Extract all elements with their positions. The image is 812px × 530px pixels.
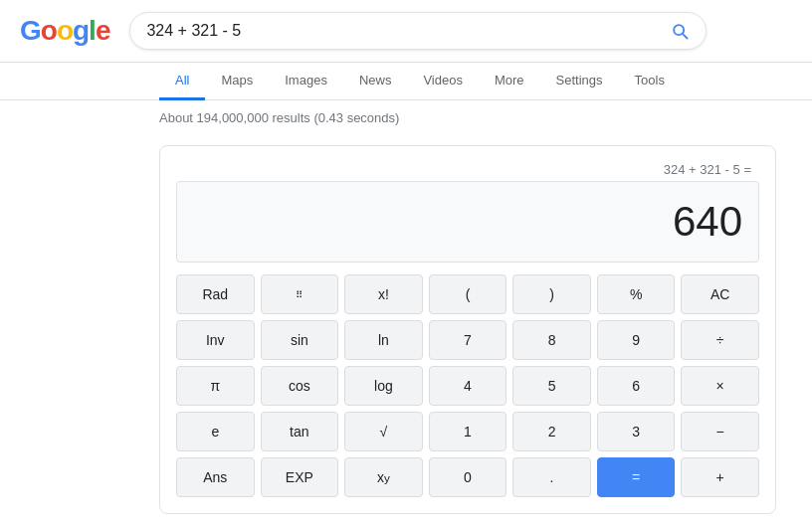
btn-log[interactable]: log — [344, 366, 423, 406]
google-logo[interactable]: Google — [20, 15, 109, 47]
tab-more[interactable]: More — [479, 63, 540, 100]
btn-divide[interactable]: ÷ — [681, 320, 759, 360]
btn-sqrt[interactable]: √ — [344, 412, 423, 451]
btn-close-paren[interactable]: ) — [512, 274, 591, 314]
tab-all[interactable]: All — [159, 63, 205, 100]
btn-decimal[interactable]: . — [512, 457, 591, 497]
results-count: About 194,000,000 results (0.43 seconds) — [159, 110, 399, 125]
tab-videos[interactable]: Videos — [407, 63, 479, 100]
tab-maps[interactable]: Maps — [205, 63, 269, 100]
btn-multiply[interactable]: × — [681, 366, 759, 406]
nav-right: Settings Tools — [540, 63, 681, 99]
search-icon — [670, 21, 690, 41]
btn-subtract[interactable]: − — [681, 412, 759, 451]
search-bar — [129, 12, 707, 50]
calc-buttons: Rad ⠿ x! ( ) % AC Inv sin ln 7 8 9 ÷ π c… — [176, 274, 759, 497]
btn-6[interactable]: 6 — [597, 366, 676, 406]
btn-sin[interactable]: sin — [261, 320, 339, 360]
tab-images[interactable]: Images — [269, 63, 343, 100]
btn-open-paren[interactable]: ( — [429, 274, 508, 314]
btn-ac[interactable]: AC — [681, 274, 759, 314]
header: Google — [0, 0, 812, 63]
btn-percent[interactable]: % — [597, 274, 676, 314]
btn-4[interactable]: 4 — [429, 366, 508, 406]
search-button[interactable] — [670, 21, 690, 41]
calc-expression: 324 + 321 - 5 = — [176, 162, 759, 177]
btn-9[interactable]: 9 — [597, 320, 676, 360]
tab-tools[interactable]: Tools — [619, 63, 681, 100]
btn-exp[interactable]: EXP — [261, 457, 339, 497]
btn-3[interactable]: 3 — [597, 412, 676, 451]
btn-2[interactable]: 2 — [512, 412, 591, 451]
btn-equals[interactable]: = — [597, 457, 676, 497]
btn-tan[interactable]: tan — [261, 412, 339, 451]
btn-add[interactable]: + — [681, 457, 759, 497]
search-input[interactable] — [146, 22, 670, 40]
calc-result: 640 — [176, 181, 759, 263]
btn-ans[interactable]: Ans — [176, 457, 255, 497]
tab-settings[interactable]: Settings — [540, 63, 619, 100]
btn-inv[interactable]: Inv — [176, 320, 255, 360]
btn-grid[interactable]: ⠿ — [261, 274, 339, 314]
btn-pi[interactable]: π — [176, 366, 255, 406]
calculator: 324 + 321 - 5 = 640 Rad ⠿ x! ( ) % AC In… — [159, 145, 776, 514]
btn-1[interactable]: 1 — [429, 412, 508, 451]
btn-rad[interactable]: Rad — [176, 274, 255, 314]
btn-7[interactable]: 7 — [429, 320, 508, 360]
btn-power[interactable]: xy — [344, 457, 423, 497]
btn-8[interactable]: 8 — [512, 320, 591, 360]
btn-cos[interactable]: cos — [261, 366, 339, 406]
nav-tabs: All Maps Images News Videos More Setting… — [0, 63, 812, 100]
tab-news[interactable]: News — [343, 63, 408, 100]
btn-factorial[interactable]: x! — [344, 274, 423, 314]
btn-ln[interactable]: ln — [344, 320, 423, 360]
btn-5[interactable]: 5 — [512, 366, 591, 406]
results-info: About 194,000,000 results (0.43 seconds) — [0, 100, 812, 135]
btn-0[interactable]: 0 — [429, 457, 508, 497]
btn-e[interactable]: e — [176, 412, 255, 451]
